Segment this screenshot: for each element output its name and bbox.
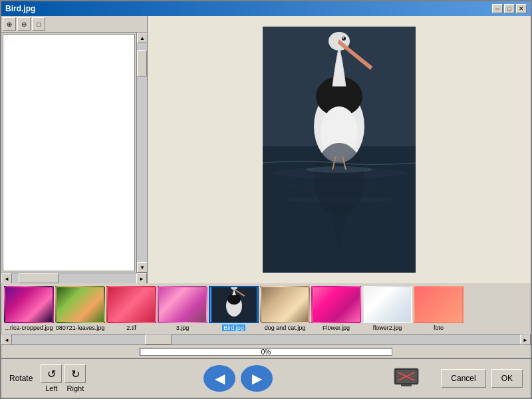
main-content: ⊕ ⊖ □ ▲ ▼ ◄ ► xyxy=(1,16,531,283)
thumbnail-3jpg[interactable]: 3.jpg xyxy=(158,286,207,331)
v-scroll-thumb[interactable] xyxy=(137,50,147,76)
thumbnail-africa-cropped[interactable]: ...rica-cropped.jpg xyxy=(4,286,54,331)
thumbnail-label-africa-cropped: ...rica-cropped.jpg xyxy=(5,325,53,331)
next-button[interactable]: ▶ xyxy=(241,365,273,392)
tree-horizontal-scrollbar[interactable]: ◄ ► xyxy=(1,273,147,283)
svg-point-17 xyxy=(227,294,241,305)
image-panel xyxy=(148,16,531,283)
thumbnail-img-africa-cropped xyxy=(4,286,54,323)
rotate-left-icon: ↺ xyxy=(41,364,62,383)
toolbar-btn-2[interactable]: ⊖ xyxy=(17,17,31,31)
v-scroll-track xyxy=(137,43,147,262)
strip-scroll-right[interactable]: ► xyxy=(520,334,531,345)
thumbnail-label-3jpg: 3.jpg xyxy=(176,325,190,331)
thumbnail-foto[interactable]: foto xyxy=(414,286,464,331)
strip-scrollbar[interactable]: ◄ ► xyxy=(1,334,531,344)
rotate-right-icon: ↻ xyxy=(65,364,86,383)
svg-point-10 xyxy=(342,37,344,39)
thumbnail-img-dogcat xyxy=(260,286,310,323)
prev-button[interactable]: ◀ xyxy=(203,365,235,392)
svg-rect-22 xyxy=(401,384,412,386)
toolbar-btn-1[interactable]: ⊕ xyxy=(3,17,16,31)
thumbnail-img-bird xyxy=(209,286,259,323)
maximize-button[interactable]: □ xyxy=(504,4,515,13)
bird-image xyxy=(263,27,416,273)
thumbnail-img-flower xyxy=(311,286,361,323)
rotate-buttons: ↺ Left ↻ Right xyxy=(41,364,86,392)
close-button[interactable]: ✕ xyxy=(516,4,527,13)
title-bar: Bird.jpg ─ □ ✕ xyxy=(1,1,531,16)
svg-point-9 xyxy=(342,37,346,41)
bottom-toolbar: Rotate ↺ Left ↻ Right ◀ ▶ xyxy=(1,358,531,398)
svg-point-11 xyxy=(314,143,364,216)
thumbnail-strip-container: ...rica-cropped.jpg080721-leaves.jpg2.ti… xyxy=(1,283,531,344)
thumbnail-img-foto xyxy=(414,286,464,323)
main-window: Bird.jpg ─ □ ✕ ⊕ ⊖ □ ▲ ▼ xyxy=(0,0,532,399)
thumbnail-flower2[interactable]: flower2.jpg xyxy=(362,286,412,331)
thumbnail-dogcat[interactable]: dog and cat.jpg xyxy=(260,286,310,331)
file-tree[interactable] xyxy=(3,34,135,271)
thumbnail-bird[interactable]: Bird.jpg xyxy=(209,286,259,331)
v-scroll-up[interactable]: ▲ xyxy=(137,33,147,43)
thumbnail-label-2tif: 2.tif xyxy=(126,325,136,331)
nav-buttons: ◀ ▶ xyxy=(91,365,385,392)
thumbnail-2tif[interactable]: 2.tif xyxy=(106,286,156,331)
h-scroll-track xyxy=(12,273,136,283)
tree-toolbar: ⊕ ⊖ □ xyxy=(1,16,147,33)
h-scroll-right[interactable]: ► xyxy=(136,273,147,283)
minimize-button[interactable]: ─ xyxy=(492,4,503,13)
thumbnail-img-2tif xyxy=(106,286,156,323)
window-title: Bird.jpg xyxy=(5,4,35,13)
progress-bar-container: 0% xyxy=(1,344,531,358)
toolbar-btn-3[interactable]: □ xyxy=(32,17,45,31)
thumbnail-label-flower2: flower2.jpg xyxy=(373,325,402,331)
tree-vertical-scrollbar[interactable]: ▲ ▼ xyxy=(136,33,147,273)
thumbnail-leaves[interactable]: 080721-leaves.jpg xyxy=(55,286,105,331)
strip-scroll-left[interactable]: ◄ xyxy=(1,334,12,345)
progress-label: 0% xyxy=(140,348,392,356)
rotate-label: Rotate xyxy=(9,374,33,383)
image-display xyxy=(148,16,531,283)
thumbnail-label-dogcat: dog and cat.jpg xyxy=(265,325,306,331)
thumbnail-img-leaves xyxy=(55,286,105,323)
thumbnail-label-bird: Bird.jpg xyxy=(222,325,245,331)
rotate-left-button[interactable]: ↺ Left xyxy=(41,364,62,392)
strip-scroll-thumb[interactable] xyxy=(145,334,172,344)
monitor-icon xyxy=(390,365,422,392)
rotate-left-label: Left xyxy=(45,384,57,392)
ok-button[interactable]: OK xyxy=(491,369,523,388)
thumbnail-img-flower2 xyxy=(362,286,412,323)
v-scroll-down[interactable]: ▼ xyxy=(137,262,147,273)
action-buttons: Cancel OK xyxy=(441,369,523,388)
rotate-right-label: Right xyxy=(67,384,84,392)
thumbnail-label-leaves: 080721-leaves.jpg xyxy=(56,325,105,331)
thumbnail-strip: ...rica-cropped.jpg080721-leaves.jpg2.ti… xyxy=(1,283,531,334)
thumbnail-label-flower: Flower.jpg xyxy=(323,325,350,331)
progress-bar: 0% xyxy=(140,348,392,356)
svg-point-12 xyxy=(306,166,372,173)
thumbnail-label-foto: foto xyxy=(434,325,444,331)
thumbnail-flower[interactable]: Flower.jpg xyxy=(311,286,361,331)
strip-scroll-track xyxy=(12,334,520,344)
title-bar-buttons: ─ □ ✕ xyxy=(492,4,527,13)
h-scroll-thumb[interactable] xyxy=(19,273,59,283)
rotate-right-button[interactable]: ↻ Right xyxy=(65,364,86,392)
cancel-button[interactable]: Cancel xyxy=(441,369,485,388)
left-panel: ⊕ ⊖ □ ▲ ▼ ◄ ► xyxy=(1,16,148,283)
h-scroll-left[interactable]: ◄ xyxy=(1,273,12,283)
thumbnail-img-3jpg xyxy=(158,286,207,323)
